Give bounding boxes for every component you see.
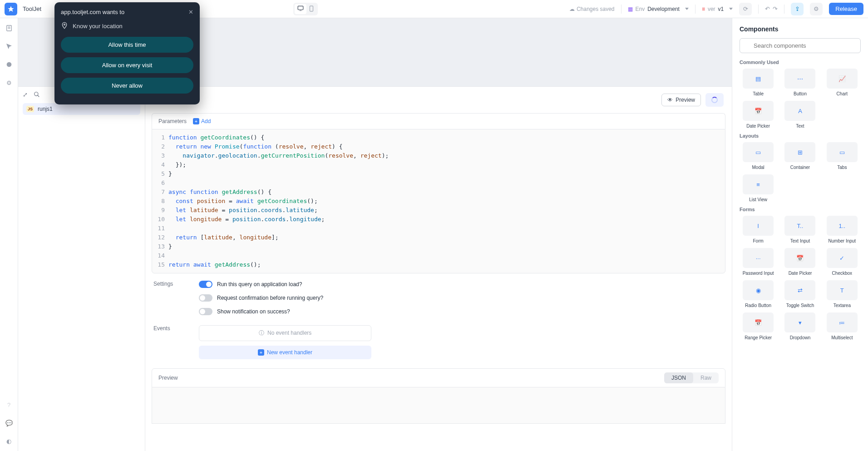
component-label: Date Picker bbox=[789, 271, 812, 276]
svg-rect-0 bbox=[298, 6, 303, 10]
release-button[interactable]: Release bbox=[829, 3, 863, 15]
component-label: Form bbox=[753, 238, 763, 243]
setting-toggle[interactable] bbox=[199, 281, 212, 288]
app-logo[interactable] bbox=[5, 3, 17, 15]
component-icon: ◉ bbox=[743, 280, 774, 300]
pages-icon[interactable] bbox=[5, 24, 14, 33]
components-title: Components bbox=[740, 25, 861, 33]
component-label: Number Input bbox=[829, 238, 856, 243]
component-table[interactable]: ▤Table bbox=[740, 69, 777, 96]
component-text[interactable]: AText bbox=[781, 101, 819, 129]
device-desktop-icon[interactable] bbox=[295, 4, 306, 14]
search-components-input[interactable] bbox=[740, 38, 861, 53]
chevron-down-icon bbox=[729, 8, 733, 10]
sync-icon[interactable]: ⟳ bbox=[739, 3, 752, 15]
component-textarea[interactable]: TTextarea bbox=[824, 280, 861, 308]
undo-icon[interactable]: ↶ bbox=[765, 5, 770, 12]
component-icon: 📈 bbox=[827, 69, 858, 89]
component-range-picker[interactable]: 📅Range Picker bbox=[740, 312, 777, 340]
component-icon: 📅 bbox=[743, 312, 774, 332]
component-label: Checkbox bbox=[832, 271, 852, 276]
events-label: Events bbox=[153, 325, 181, 359]
component-radio-button[interactable]: ◉Radio Button bbox=[740, 280, 777, 308]
preview-bar: Preview JSON Raw bbox=[152, 368, 725, 387]
component-label: Range Picker bbox=[745, 335, 772, 340]
permission-title: app.tooljet.com wants to bbox=[61, 9, 124, 15]
component-icon: ▤ bbox=[743, 69, 774, 89]
component-text-input[interactable]: T..Text Input bbox=[781, 216, 819, 243]
component-button[interactable]: ⋯Button bbox=[781, 69, 819, 96]
component-icon: ▾ bbox=[784, 312, 815, 332]
left-rail: ⚙ ? 💬 ◐ bbox=[0, 18, 18, 451]
allow-always-button[interactable]: Allow on every visit bbox=[61, 57, 193, 73]
section-label: Layouts bbox=[740, 133, 861, 139]
preview-content bbox=[152, 387, 725, 424]
plus-icon: + bbox=[193, 118, 199, 124]
query-item-runjs1[interactable]: JS runjs1 bbox=[23, 103, 140, 115]
component-dropdown[interactable]: ▾Dropdown bbox=[781, 312, 819, 340]
component-tabs[interactable]: ▭Tabs bbox=[824, 142, 861, 170]
setting-toggle[interactable] bbox=[199, 308, 212, 315]
component-label: Date Picker bbox=[746, 124, 770, 129]
location-icon bbox=[61, 22, 68, 30]
allow-once-button[interactable]: Allow this time bbox=[61, 37, 193, 53]
collapse-icon[interactable]: ⤢ bbox=[23, 91, 30, 99]
component-icon: 📅 bbox=[784, 248, 815, 268]
component-label: Dropdown bbox=[790, 335, 811, 340]
never-allow-button[interactable]: Never allow bbox=[61, 78, 193, 94]
help-icon[interactable]: ? bbox=[5, 400, 14, 409]
comment-icon[interactable]: 💬 bbox=[5, 418, 14, 427]
query-main: 👁 Preview Parameters + Add 1234567891011… bbox=[145, 87, 732, 451]
component-password-input[interactable]: ···Password Input bbox=[740, 248, 777, 276]
tab-raw[interactable]: Raw bbox=[693, 372, 719, 383]
right-panel: Components Commonly Used▤Table⋯Button📈Ch… bbox=[732, 18, 868, 451]
version-selector[interactable]: ≡ ver v1 bbox=[702, 6, 733, 12]
theme-icon[interactable]: ◐ bbox=[5, 436, 14, 446]
inspect-icon[interactable] bbox=[5, 42, 14, 51]
device-mobile-icon[interactable] bbox=[306, 4, 316, 14]
component-number-input[interactable]: 1..Number Input bbox=[824, 216, 861, 243]
component-date-picker[interactable]: 📅Date Picker bbox=[781, 248, 819, 276]
component-icon: 📅 bbox=[743, 101, 774, 121]
component-date-picker[interactable]: 📅Date Picker bbox=[740, 101, 777, 129]
env-selector[interactable]: ▦ Env Development bbox=[628, 6, 689, 12]
add-parameter-button[interactable]: + Add bbox=[193, 118, 211, 124]
component-label: Table bbox=[753, 91, 764, 96]
section-label: Forms bbox=[740, 207, 861, 212]
info-icon: ⓘ bbox=[259, 330, 264, 336]
gear-icon[interactable]: ⚙ bbox=[5, 78, 14, 87]
debug-icon[interactable] bbox=[5, 60, 14, 69]
settings-icon[interactable]: ⚙ bbox=[810, 3, 823, 15]
section-label: Commonly Used bbox=[740, 59, 861, 65]
setting-toggle[interactable] bbox=[199, 294, 212, 302]
new-event-handler-button[interactable]: + New event handler bbox=[199, 346, 371, 359]
component-label: Text Input bbox=[790, 238, 810, 243]
component-form[interactable]: IForm bbox=[740, 216, 777, 243]
component-label: Password Input bbox=[743, 271, 774, 276]
close-icon[interactable]: ✕ bbox=[188, 9, 193, 15]
component-label: List View bbox=[749, 197, 767, 202]
tab-json[interactable]: JSON bbox=[664, 372, 693, 383]
component-multiselect[interactable]: ≔Multiselect bbox=[824, 312, 861, 340]
component-toggle-switch[interactable]: ⇄Toggle Switch bbox=[781, 280, 819, 308]
component-label: Radio Button bbox=[745, 303, 771, 308]
component-icon: T.. bbox=[784, 216, 815, 236]
search-icon[interactable] bbox=[34, 91, 41, 99]
code-editor[interactable]: 123456789101112131415 function getCoordi… bbox=[152, 129, 725, 273]
component-modal[interactable]: ▭Modal bbox=[740, 142, 777, 170]
settings-label: Settings bbox=[153, 281, 181, 315]
component-label: Modal bbox=[752, 165, 764, 170]
share-icon[interactable]: ⇪ bbox=[791, 3, 804, 15]
component-icon: ✓ bbox=[827, 248, 858, 268]
component-list-view[interactable]: ≡List View bbox=[740, 174, 777, 202]
component-checkbox[interactable]: ✓Checkbox bbox=[824, 248, 861, 276]
chevron-down-icon bbox=[685, 8, 689, 10]
component-container[interactable]: ⊞Container bbox=[781, 142, 819, 170]
component-icon: ≔ bbox=[827, 312, 858, 332]
component-chart[interactable]: 📈Chart bbox=[824, 69, 861, 96]
redo-icon[interactable]: ↷ bbox=[773, 5, 778, 12]
run-button[interactable] bbox=[705, 93, 724, 107]
svg-point-4 bbox=[35, 92, 38, 96]
preview-button[interactable]: 👁 Preview bbox=[661, 94, 701, 106]
component-icon: ▭ bbox=[827, 142, 858, 162]
